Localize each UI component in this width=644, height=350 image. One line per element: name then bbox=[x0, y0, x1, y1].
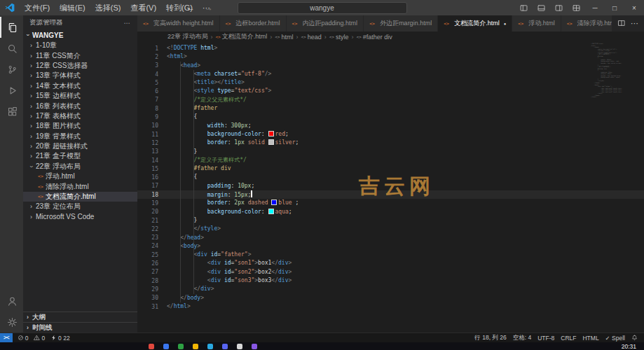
activity-source-control-icon[interactable] bbox=[0, 59, 23, 80]
breadcrumb-item[interactable]: <>head bbox=[301, 34, 322, 41]
status-counter[interactable]: 0 22 bbox=[50, 335, 70, 342]
tree-item-folder[interactable]: ›23章 定位布局 bbox=[23, 202, 137, 211]
menu-item-0[interactable]: 文件(F) bbox=[20, 0, 55, 15]
editor-tab[interactable]: <>文档流简介.html● bbox=[438, 15, 512, 31]
code-line[interactable]: 22 </style> bbox=[137, 225, 644, 233]
code-line[interactable]: 10 width: 300px; bbox=[137, 122, 644, 130]
sidebar-panel-header[interactable]: ›大纲 bbox=[23, 312, 137, 322]
line-number[interactable]: 29 bbox=[137, 286, 158, 293]
close-button[interactable]: × bbox=[624, 0, 644, 15]
notifications-bell-icon[interactable] bbox=[631, 335, 638, 341]
line-number[interactable]: 15 bbox=[137, 166, 158, 172]
editor-tab[interactable]: <>外边距margin.html bbox=[364, 15, 438, 31]
code-line[interactable]: 29 </div> bbox=[137, 285, 644, 293]
code-line[interactable]: 9 { bbox=[137, 113, 644, 121]
code-line[interactable]: 7 /*定义父元素样式*/ bbox=[137, 96, 644, 104]
activity-settings-icon[interactable] bbox=[0, 312, 23, 332]
breadcrumb-item[interactable]: 22章 浮动布局 bbox=[167, 32, 209, 41]
line-number[interactable]: 25 bbox=[137, 252, 158, 258]
line-number[interactable]: 12 bbox=[137, 140, 158, 146]
code-line[interactable]: 24 <body> bbox=[137, 242, 644, 251]
line-number[interactable]: 23 bbox=[137, 234, 158, 241]
code-line[interactable]: 21 } bbox=[137, 216, 644, 225]
line-number[interactable]: 24 bbox=[137, 243, 158, 249]
line-number[interactable]: 11 bbox=[137, 132, 158, 138]
line-number[interactable]: 13 bbox=[137, 148, 158, 155]
code-line[interactable]: 3 <head> bbox=[137, 62, 644, 70]
taskbar-app-icon[interactable] bbox=[178, 344, 184, 349]
menu-item-2[interactable]: 选择(S) bbox=[90, 0, 126, 15]
code-line[interactable]: 8 #father bbox=[137, 104, 644, 113]
breadcrumb-item[interactable]: <>style bbox=[329, 34, 350, 41]
status-item-1[interactable]: 空格: 4 bbox=[513, 334, 531, 342]
minimize-button[interactable]: ─ bbox=[585, 0, 605, 15]
remote-indicator[interactable]: >< bbox=[0, 333, 13, 342]
activity-run-debug-icon[interactable] bbox=[0, 80, 23, 101]
editor-tab[interactable]: <>浮动.html bbox=[512, 15, 561, 31]
tree-item-folder[interactable]: ›21章 盒子模型 bbox=[23, 151, 137, 161]
tree-item-folder[interactable]: ›20章 超链接样式 bbox=[23, 141, 137, 151]
code-line[interactable]: 2<html> bbox=[137, 52, 644, 61]
tree-item-folder[interactable]: ›18章 图片样式 bbox=[23, 121, 137, 131]
menu-item-1[interactable]: 编辑(E) bbox=[55, 0, 90, 15]
taskbar-app-icon[interactable] bbox=[207, 344, 213, 349]
taskbar-app-icon[interactable] bbox=[163, 344, 169, 349]
line-number[interactable]: 2 bbox=[137, 54, 158, 60]
line-number[interactable]: 22 bbox=[137, 226, 158, 232]
maximize-button[interactable]: □ bbox=[605, 0, 624, 15]
status-item-2[interactable]: UTF-8 bbox=[537, 335, 554, 342]
code-line[interactable]: 12 border: 1px solid silver; bbox=[137, 139, 644, 147]
taskbar-app-icon[interactable] bbox=[193, 344, 198, 349]
status-item-4[interactable]: HTML bbox=[582, 335, 598, 342]
tree-item-file[interactable]: <>清除浮动.html bbox=[23, 181, 137, 191]
line-number[interactable]: 9 bbox=[137, 114, 158, 120]
menu-item-3[interactable]: 查看(V) bbox=[125, 0, 161, 15]
breadcrumb-item[interactable]: <>文档流简介.html bbox=[215, 32, 268, 41]
customize-layout-icon[interactable] bbox=[568, 4, 585, 13]
code-line[interactable]: 13 } bbox=[137, 148, 644, 156]
workspace-section-header[interactable]: › WANGYE bbox=[23, 29, 137, 41]
tree-item-folder[interactable]: ›13章 字体样式 bbox=[23, 71, 137, 80]
tree-item-folder[interactable]: ›11章 CSS简介 bbox=[23, 50, 137, 60]
code-line[interactable]: 30 </body> bbox=[137, 294, 644, 302]
code-line[interactable]: 1<!DOCTYPE html> bbox=[137, 44, 644, 52]
tree-item-folder[interactable]: ›14章 文本样式 bbox=[23, 81, 137, 91]
line-number[interactable]: 20 bbox=[137, 209, 158, 215]
line-number[interactable]: 28 bbox=[137, 278, 158, 284]
breadcrumb-item[interactable]: <>html bbox=[274, 34, 294, 41]
line-number[interactable]: 17 bbox=[137, 183, 158, 189]
code-line[interactable]: 20 background-color: aqua; bbox=[137, 208, 644, 216]
line-number[interactable]: 7 bbox=[137, 97, 158, 103]
command-center[interactable]: wangye bbox=[238, 2, 407, 14]
code-line[interactable]: 5 <title></title> bbox=[137, 78, 644, 87]
tree-item-folder[interactable]: ›17章 表格样式 bbox=[23, 111, 137, 121]
line-number[interactable]: 5 bbox=[137, 80, 158, 86]
line-number[interactable]: 1 bbox=[137, 46, 158, 52]
tree-item-folder[interactable]: ›1-10章 bbox=[23, 41, 137, 50]
taskbar-app-icon[interactable] bbox=[149, 344, 154, 349]
line-number[interactable]: 18 bbox=[137, 192, 158, 198]
code-line[interactable]: 4 <meta charset="utf-8"/> bbox=[137, 70, 644, 78]
tree-item-folder[interactable]: ›15章 边框样式 bbox=[23, 91, 137, 101]
line-number[interactable]: 27 bbox=[137, 269, 158, 275]
editor-tab[interactable]: <>边框border.html bbox=[220, 15, 287, 31]
code-line[interactable]: 6 <style type="text/css"> bbox=[137, 87, 644, 95]
line-number[interactable]: 8 bbox=[137, 106, 158, 112]
forward-icon[interactable]: → bbox=[205, 3, 213, 13]
taskbar-app-icon[interactable] bbox=[222, 344, 228, 349]
status-item-5[interactable]: ✓ Spell bbox=[605, 335, 625, 342]
tree-item-folder[interactable]: ›19章 背景样式 bbox=[23, 132, 137, 141]
activity-extensions-icon[interactable] bbox=[0, 101, 23, 122]
line-number[interactable]: 4 bbox=[137, 71, 158, 78]
code-line[interactable]: 23 </head> bbox=[137, 234, 644, 242]
line-number[interactable]: 30 bbox=[137, 295, 158, 301]
tree-item-folder[interactable]: ›16章 列表样式 bbox=[23, 101, 137, 111]
activity-search-icon[interactable] bbox=[0, 38, 23, 59]
code-line[interactable]: 14 /*定义子元素样式*/ bbox=[137, 156, 644, 164]
status-warnings[interactable]: 0 bbox=[34, 335, 45, 342]
line-number[interactable]: 21 bbox=[137, 218, 158, 224]
editor-tab[interactable]: <>内边距padding.html bbox=[287, 15, 364, 31]
back-icon[interactable]: ← bbox=[186, 3, 195, 13]
code-line[interactable]: 26 <div id="son1">box1</div> bbox=[137, 259, 644, 267]
split-editor-icon[interactable] bbox=[617, 19, 626, 29]
